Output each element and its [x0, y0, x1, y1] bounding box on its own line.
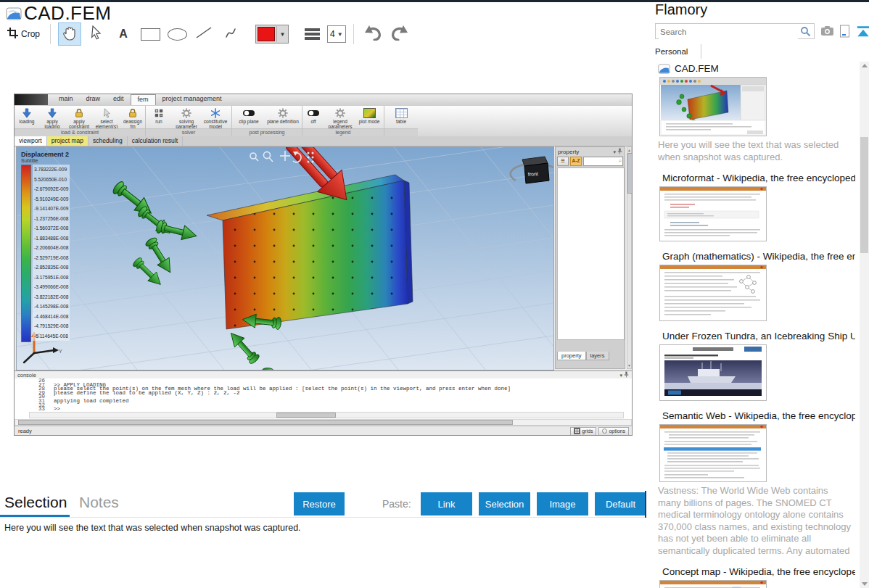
freehand-tool-button[interactable]: [219, 22, 242, 46]
item-thumbnail[interactable]: [659, 424, 767, 482]
item-thumbnail[interactable]: [659, 77, 767, 136]
tab-selection[interactable]: Selection: [4, 494, 67, 511]
line-tool-button[interactable]: [192, 22, 215, 46]
view-tab-scheduling[interactable]: scheduling: [88, 136, 128, 146]
selection-text: Here you will see the text that was sele…: [4, 523, 301, 533]
scroll-up-arrow[interactable]: ▲: [627, 147, 631, 153]
options-button[interactable]: options: [598, 427, 629, 436]
scroll-down-arrow[interactable]: ▼: [627, 363, 631, 368]
item-title: Semantic Web - Wikipedia, the free encyc…: [662, 410, 855, 421]
fem-horizontal-scrollbar[interactable]: [15, 419, 632, 426]
crop-button[interactable]: Crop: [4, 28, 43, 41]
fem-tab-edit[interactable]: edit: [107, 94, 131, 105]
property-list-area[interactable]: [557, 167, 625, 340]
tab-personal[interactable]: Personal: [655, 44, 701, 59]
line-width-button[interactable]: [300, 22, 324, 46]
color-dropdown-caret[interactable]: ▼: [276, 26, 288, 42]
fem-tab-main[interactable]: main: [52, 94, 80, 105]
property-tab[interactable]: property: [557, 352, 586, 360]
search-box[interactable]: [655, 23, 815, 39]
gear-icon: [324, 107, 356, 118]
property-panel-controls[interactable]: ▾: [614, 148, 622, 155]
cursor-icon: [93, 107, 120, 118]
scroll-up-arrow[interactable]: [862, 64, 868, 67]
list-item[interactable]: Graph (mathematics) - Wikipedia, the fre…: [658, 249, 855, 321]
undo-button[interactable]: [361, 22, 384, 46]
fem-3d-viewport[interactable]: front m Z Y Displacement 2 Subtitle: [16, 146, 554, 370]
grids-button[interactable]: grids: [570, 427, 596, 436]
legend-subtitle: Subtitle: [21, 158, 91, 163]
run-button[interactable]: run: [146, 106, 172, 128]
plot-mode-button[interactable]: plot mode: [356, 106, 382, 128]
table-button[interactable]: table: [384, 106, 418, 128]
item-thumbnail[interactable]: [659, 580, 767, 588]
constitutive-model-button[interactable]: constitutive model: [201, 106, 230, 128]
fem-tab-fem[interactable]: fem: [131, 94, 156, 105]
camera-icon[interactable]: [820, 25, 834, 40]
fem-tab-draw[interactable]: draw: [80, 94, 107, 105]
hand-tool-button[interactable]: [58, 22, 81, 46]
fem-app-button[interactable]: [15, 94, 48, 105]
scrollbar-thumb[interactable]: [18, 420, 513, 425]
fem-vertical-scrollbar[interactable]: ▲ ▼: [627, 146, 632, 369]
clip-plane-button[interactable]: clip plane: [232, 106, 265, 128]
restore-button[interactable]: Restore: [294, 492, 345, 515]
apply-constraint-button[interactable]: apply constraint: [65, 106, 93, 128]
console-horizontal-scrollbar[interactable]: [29, 412, 624, 418]
size-select[interactable]: 4 ▼: [327, 25, 346, 43]
list-item[interactable]: Under Frozen Tundra, an Icebreaking Ship…: [658, 329, 855, 401]
legend-off-button[interactable]: off: [302, 106, 324, 128]
view-tab-viewport[interactable]: viewport: [15, 136, 47, 146]
scroll-down-arrow[interactable]: [862, 582, 868, 586]
legend-parameters-button[interactable]: legend parameters: [324, 106, 356, 128]
color-picker[interactable]: ▼: [255, 25, 289, 44]
loading-button[interactable]: loading: [15, 106, 39, 128]
captured-screenshot[interactable]: main draw edit fem project management lo…: [14, 94, 633, 436]
text-tool-button[interactable]: A: [112, 22, 135, 46]
document-icon[interactable]: [839, 25, 851, 41]
toolbar-separator: [353, 24, 354, 44]
view-tab-calculation-result[interactable]: calculation result: [128, 136, 183, 146]
fem-tab-project-management[interactable]: project management: [156, 94, 228, 105]
rectangle-tool-button[interactable]: [139, 22, 162, 46]
paste-default-button[interactable]: Default: [595, 492, 646, 515]
property-sort-az-button[interactable]: A-Z: [570, 157, 582, 166]
apply-loading-button[interactable]: apply loading: [39, 106, 65, 128]
property-list-view-button[interactable]: ☰: [557, 157, 569, 166]
item-thumbnail[interactable]: [659, 344, 767, 401]
plane-definition-button[interactable]: plane definition: [265, 106, 300, 128]
paste-link-button[interactable]: Link: [421, 492, 472, 515]
solving-parameter-button[interactable]: solving parameter: [172, 106, 201, 128]
search-icon[interactable]: [800, 26, 811, 40]
lock-icon: [120, 107, 145, 118]
select-elements-button[interactable]: select element(s): [93, 106, 120, 128]
ellipse-tool-button[interactable]: [165, 22, 189, 46]
scrollbar-thumb[interactable]: [627, 153, 633, 194]
collapse-top-icon[interactable]: [856, 25, 869, 41]
select-tool-button[interactable]: [85, 22, 108, 46]
paste-selection-button[interactable]: Selection: [479, 492, 530, 515]
list-item[interactable]: CAD.FEM: [658, 62, 855, 163]
item-thumbnail[interactable]: [659, 186, 767, 241]
search-input[interactable]: [659, 25, 798, 39]
scrollbar-thumb[interactable]: [276, 413, 336, 418]
property-search-field[interactable]: ⌕: [583, 157, 623, 166]
redo-button[interactable]: [388, 22, 411, 46]
layers-tab[interactable]: layers: [586, 352, 609, 360]
group-label: [384, 128, 418, 136]
toggle-icon: [302, 107, 324, 118]
sidebar-scrollbar[interactable]: [860, 62, 869, 588]
list-item[interactable]: Concept map - Wikipedia, the free encycl…: [658, 565, 855, 588]
paste-image-button[interactable]: Image: [537, 492, 588, 515]
deassign-fm-button[interactable]: deassign fm: [120, 106, 145, 128]
view-tab-project-map[interactable]: project map: [47, 136, 88, 146]
scrollbar-thumb[interactable]: [860, 137, 868, 253]
list-item[interactable]: Semantic Web - Wikipedia, the free encyc…: [658, 409, 855, 557]
line-width-icon: [305, 28, 320, 40]
item-thumbnail[interactable]: [659, 265, 767, 321]
console-panel-controls[interactable]: ▾: [620, 371, 629, 378]
console-output[interactable]: 26 27>> APPLY LOADING 28please select th…: [15, 378, 632, 412]
list-item[interactable]: Microformat - Wikipedia, the free encycl…: [658, 171, 855, 241]
tab-notes[interactable]: Notes: [79, 494, 119, 511]
colorbar: [21, 165, 31, 342]
